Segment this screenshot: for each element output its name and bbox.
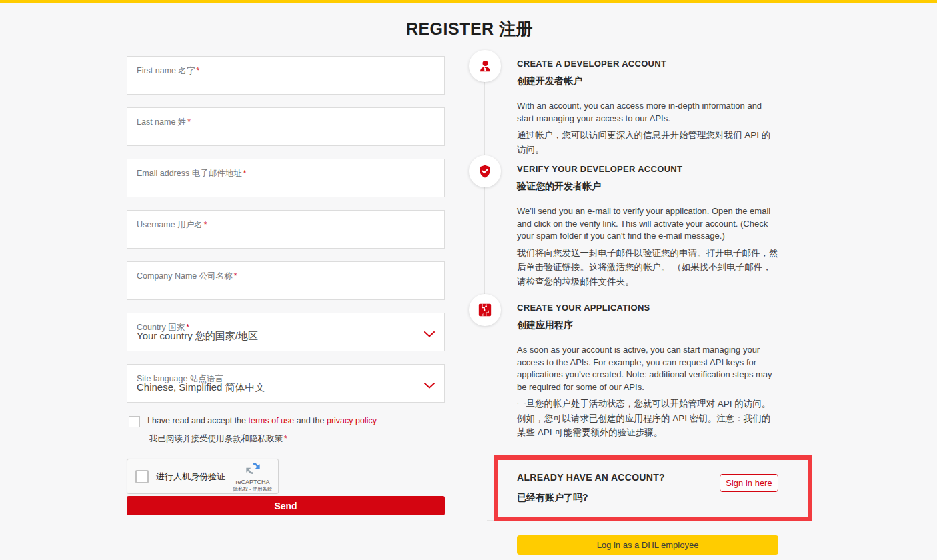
send-button[interactable]: Send — [127, 496, 445, 515]
email-field[interactable]: Email address 电子邮件地址* — [127, 159, 445, 197]
step-body-english: As soon as your account is active, you c… — [517, 344, 778, 393]
username-label: Username 用户名* — [137, 220, 207, 229]
required-asterisk: * — [234, 271, 237, 281]
company-name-field[interactable]: Company Name 公司名称* — [127, 261, 445, 300]
site-language-value: Chinese, Simplified 简体中文 — [137, 381, 265, 394]
recaptcha-label: 进行人机身份验证 — [156, 471, 225, 483]
country-value: Your country 您的国家/地区 — [137, 330, 258, 343]
username-field[interactable]: Username 用户名* — [127, 210, 445, 249]
already-have-account-title-chinese: 已经有账户了吗? — [517, 492, 588, 504]
step-body-chinese: 一旦您的帐户处于活动状态，您就可以开始管理对 API 的访问。例如，您可以请求已… — [517, 397, 778, 440]
required-asterisk: * — [197, 66, 200, 75]
step-verify-account: VERIFY YOUR DEVELOPER ACCOUNT 验证您的开发者帐户 … — [469, 155, 778, 289]
chevron-down-icon — [424, 328, 435, 340]
terms-text-chinese: 我已阅读并接受使用条款和隐私政策* — [147, 433, 445, 445]
person-icon — [469, 50, 501, 82]
site-language-select[interactable]: Site language 站点语言 Chinese, Simplified 简… — [127, 364, 445, 403]
top-accent-bar — [0, 0, 937, 3]
recaptcha-legal-links[interactable]: 隐私权 - 使用条款 — [232, 486, 273, 493]
highlight-annotation: ALREADY HAVE AN ACCOUNT? 已经有账户了吗? Sign i… — [494, 455, 812, 521]
email-label: Email address 电子邮件地址* — [137, 169, 246, 178]
required-asterisk: * — [204, 220, 207, 229]
circuit-icon — [469, 294, 501, 326]
recaptcha-icon — [245, 467, 261, 479]
recaptcha-checkbox[interactable] — [135, 470, 149, 483]
step-body-chinese: 我们将向您发送一封电子邮件以验证您的申请。打开电子邮件，然后单击验证链接。这将激… — [517, 246, 778, 289]
step-title-chinese: 验证您的开发者帐户 — [517, 181, 778, 193]
step-create-applications: CREATE YOUR APPLICATIONS 创建应用程序 As soon … — [469, 294, 778, 440]
dhl-employee-login-button[interactable]: Log in as a DHL employee — [517, 535, 778, 555]
recaptcha-brand-text: reCAPTCHA — [232, 479, 273, 485]
last-name-label: Last name 姓* — [137, 117, 191, 127]
divider — [487, 447, 778, 447]
country-select[interactable]: Country 国家* Your country 您的国家/地区 — [127, 313, 445, 351]
step-body-english: We'll send you an e-mail to verify your … — [517, 205, 778, 243]
step-title: CREATE YOUR APPLICATIONS — [517, 303, 778, 313]
sign-in-here-button[interactable]: Sign in here — [720, 474, 778, 492]
company-name-label: Company Name 公司名称* — [137, 271, 237, 281]
recaptcha-logo: reCAPTCHA 隐私权 - 使用条款 — [232, 460, 273, 493]
terms-text: I have read and accept the terms of use … — [147, 415, 377, 427]
step-create-account: CREATE A DEVELOPER ACCOUNT 创建开发者帐户 With … — [469, 50, 778, 157]
step-title: VERIFY YOUR DEVELOPER ACCOUNT — [517, 164, 778, 174]
privacy-policy-link[interactable]: privacy policy — [327, 416, 377, 425]
shield-check-icon — [469, 155, 501, 187]
step-title: CREATE A DEVELOPER ACCOUNT — [517, 59, 778, 69]
last-name-field[interactable]: Last name 姓* — [127, 107, 445, 146]
chevron-down-icon — [424, 379, 435, 391]
already-have-account-title: ALREADY HAVE AN ACCOUNT? — [517, 472, 665, 483]
required-asterisk: * — [284, 434, 287, 443]
step-body-chinese: 通过帐户，您可以访问更深入的信息并开始管理您对我们 API 的访问。 — [517, 128, 778, 157]
step-body-english: With an account, you can access more in-… — [517, 100, 778, 125]
required-asterisk: * — [187, 117, 191, 127]
terms-checkbox[interactable] — [129, 416, 140, 427]
recaptcha-widget: 进行人机身份验证 reCAPTCHA 隐私权 - 使用条款 — [127, 459, 279, 494]
register-form: First name 名字* Last name 姓* Email addres… — [127, 56, 445, 515]
terms-of-use-link[interactable]: terms of use — [249, 416, 295, 425]
step-title-chinese: 创建应用程序 — [517, 319, 778, 331]
step-title-chinese: 创建开发者帐户 — [517, 75, 778, 87]
page-title: REGISTER 注册 — [127, 18, 812, 40]
first-name-label: First name 名字* — [137, 66, 199, 75]
terms-row: I have read and accept the terms of use … — [127, 415, 445, 427]
first-name-field[interactable]: First name 名字* — [127, 56, 445, 95]
required-asterisk: * — [243, 169, 247, 178]
